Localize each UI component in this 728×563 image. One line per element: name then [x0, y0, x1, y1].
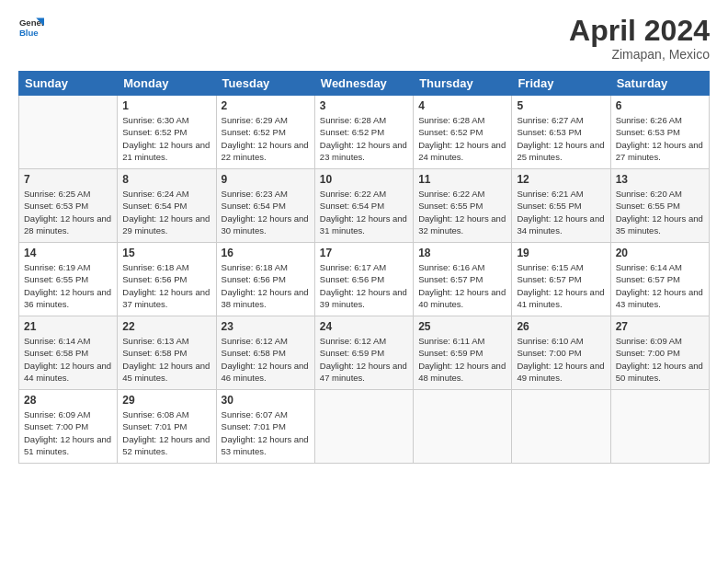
- day-sunset: Sunset: 6:52 PM: [320, 127, 384, 137]
- day-number: 28: [24, 394, 112, 407]
- col-friday: Friday: [512, 72, 610, 96]
- logo-icon: General Blue: [18, 15, 44, 40]
- day-sunset: Sunset: 6:54 PM: [320, 201, 384, 211]
- table-row: 15 Sunrise: 6:18 AM Sunset: 6:56 PM Dayl…: [118, 243, 216, 316]
- day-number: 19: [517, 247, 605, 259]
- day-sunset: Sunset: 6:56 PM: [122, 274, 187, 284]
- table-row: 20 Sunrise: 6:14 AM Sunset: 6:57 PM Dayl…: [610, 243, 709, 316]
- day-number: 12: [517, 173, 605, 186]
- day-daylight: Daylight: 12 hours and 22 minutes.: [222, 140, 309, 162]
- day-daylight: Daylight: 12 hours and 48 minutes.: [418, 361, 506, 383]
- day-sunrise: Sunrise: 6:22 AM: [418, 189, 484, 199]
- day-daylight: Daylight: 12 hours and 29 minutes.: [122, 213, 210, 236]
- table-row: 17 Sunrise: 6:17 AM Sunset: 6:56 PM Dayl…: [314, 243, 413, 316]
- day-sunrise: Sunrise: 6:10 AM: [517, 336, 583, 346]
- day-daylight: Daylight: 12 hours and 31 minutes.: [320, 213, 407, 236]
- day-sunrise: Sunrise: 6:20 AM: [616, 189, 682, 199]
- day-sunrise: Sunrise: 6:12 AM: [222, 336, 288, 346]
- day-number: 18: [418, 247, 506, 259]
- day-sunset: Sunset: 6:52 PM: [418, 127, 483, 137]
- day-sunrise: Sunrise: 6:25 AM: [24, 189, 90, 199]
- day-daylight: Daylight: 12 hours and 23 minutes.: [320, 140, 407, 162]
- day-daylight: Daylight: 12 hours and 37 minutes.: [122, 287, 210, 309]
- table-row: 29 Sunrise: 6:08 AM Sunset: 7:01 PM Dayl…: [118, 390, 216, 464]
- day-sunset: Sunset: 6:57 PM: [616, 274, 680, 284]
- day-number: 2: [222, 99, 310, 112]
- day-daylight: Daylight: 12 hours and 21 minutes.: [122, 140, 210, 162]
- table-row: 25 Sunrise: 6:11 AM Sunset: 6:59 PM Dayl…: [414, 316, 512, 390]
- day-daylight: Daylight: 12 hours and 41 minutes.: [517, 287, 604, 309]
- col-wednesday: Wednesday: [314, 72, 413, 96]
- day-sunrise: Sunrise: 6:09 AM: [24, 409, 90, 419]
- day-daylight: Daylight: 12 hours and 53 minutes.: [222, 434, 309, 456]
- day-number: 25: [418, 320, 506, 333]
- day-sunrise: Sunrise: 6:14 AM: [24, 336, 90, 346]
- calendar-week-row: 1 Sunrise: 6:30 AM Sunset: 6:52 PM Dayli…: [19, 96, 710, 169]
- table-row: 2 Sunrise: 6:29 AM Sunset: 6:52 PM Dayli…: [216, 96, 314, 169]
- day-daylight: Daylight: 12 hours and 36 minutes.: [24, 287, 111, 309]
- table-row: 12 Sunrise: 6:21 AM Sunset: 6:55 PM Dayl…: [512, 169, 610, 243]
- table-row: [414, 390, 512, 464]
- day-daylight: Daylight: 12 hours and 51 minutes.: [24, 434, 111, 456]
- svg-text:Blue: Blue: [19, 28, 39, 38]
- table-row: 4 Sunrise: 6:28 AM Sunset: 6:52 PM Dayli…: [414, 96, 512, 169]
- table-row: 13 Sunrise: 6:20 AM Sunset: 6:55 PM Dayl…: [610, 169, 709, 243]
- day-sunrise: Sunrise: 6:11 AM: [418, 336, 484, 346]
- day-sunset: Sunset: 6:56 PM: [320, 274, 384, 284]
- day-sunrise: Sunrise: 6:15 AM: [517, 262, 583, 272]
- day-daylight: Daylight: 12 hours and 25 minutes.: [517, 140, 604, 162]
- table-row: 22 Sunrise: 6:13 AM Sunset: 6:58 PM Dayl…: [118, 316, 216, 390]
- table-row: 23 Sunrise: 6:12 AM Sunset: 6:58 PM Dayl…: [216, 316, 314, 390]
- table-row: 16 Sunrise: 6:18 AM Sunset: 6:56 PM Dayl…: [216, 243, 314, 316]
- day-sunrise: Sunrise: 6:18 AM: [122, 262, 188, 272]
- day-daylight: Daylight: 12 hours and 43 minutes.: [616, 287, 703, 309]
- day-sunset: Sunset: 7:00 PM: [616, 348, 680, 358]
- day-number: 8: [122, 173, 210, 186]
- table-row: [19, 96, 118, 169]
- day-daylight: Daylight: 12 hours and 38 minutes.: [222, 287, 309, 309]
- day-sunset: Sunset: 6:59 PM: [320, 348, 384, 358]
- day-sunset: Sunset: 6:58 PM: [24, 348, 88, 358]
- day-sunset: Sunset: 6:52 PM: [222, 127, 286, 137]
- day-number: 21: [24, 320, 112, 333]
- table-row: 3 Sunrise: 6:28 AM Sunset: 6:52 PM Dayli…: [314, 96, 413, 169]
- table-row: 11 Sunrise: 6:22 AM Sunset: 6:55 PM Dayl…: [414, 169, 512, 243]
- table-row: 24 Sunrise: 6:12 AM Sunset: 6:59 PM Dayl…: [314, 316, 413, 390]
- calendar-header-row: Sunday Monday Tuesday Wednesday Thursday…: [19, 72, 710, 96]
- day-daylight: Daylight: 12 hours and 28 minutes.: [24, 213, 111, 236]
- table-row: 5 Sunrise: 6:27 AM Sunset: 6:53 PM Dayli…: [512, 96, 610, 169]
- table-row: 7 Sunrise: 6:25 AM Sunset: 6:53 PM Dayli…: [19, 169, 118, 243]
- day-sunset: Sunset: 6:53 PM: [517, 127, 581, 137]
- table-row: 14 Sunrise: 6:19 AM Sunset: 6:55 PM Dayl…: [19, 243, 118, 316]
- day-sunrise: Sunrise: 6:29 AM: [222, 115, 288, 125]
- day-number: 15: [122, 247, 210, 259]
- day-daylight: Daylight: 12 hours and 47 minutes.: [320, 361, 407, 383]
- day-daylight: Daylight: 12 hours and 49 minutes.: [517, 361, 604, 383]
- day-daylight: Daylight: 12 hours and 35 minutes.: [616, 213, 703, 236]
- table-row: [512, 390, 610, 464]
- col-monday: Monday: [118, 72, 216, 96]
- day-sunrise: Sunrise: 6:21 AM: [517, 189, 583, 199]
- table-row: 19 Sunrise: 6:15 AM Sunset: 6:57 PM Dayl…: [512, 243, 610, 316]
- col-sunday: Sunday: [19, 72, 118, 96]
- calendar-week-row: 21 Sunrise: 6:14 AM Sunset: 6:58 PM Dayl…: [19, 316, 710, 390]
- day-number: 16: [222, 247, 310, 259]
- page: General Blue April 2024 Zimapan, Mexico …: [0, 0, 728, 563]
- day-number: 3: [320, 99, 408, 112]
- day-number: 20: [616, 247, 704, 259]
- day-sunset: Sunset: 6:55 PM: [418, 201, 483, 211]
- table-row: [314, 390, 413, 464]
- day-sunrise: Sunrise: 6:22 AM: [320, 189, 386, 199]
- day-sunset: Sunset: 6:55 PM: [24, 274, 88, 284]
- day-sunrise: Sunrise: 6:16 AM: [418, 262, 484, 272]
- day-sunrise: Sunrise: 6:14 AM: [616, 262, 682, 272]
- calendar-week-row: 7 Sunrise: 6:25 AM Sunset: 6:53 PM Dayli…: [19, 169, 710, 243]
- day-daylight: Daylight: 12 hours and 30 minutes.: [222, 213, 309, 236]
- day-sunset: Sunset: 6:54 PM: [122, 201, 187, 211]
- day-sunrise: Sunrise: 6:30 AM: [122, 115, 188, 125]
- calendar-week-row: 28 Sunrise: 6:09 AM Sunset: 7:00 PM Dayl…: [19, 390, 710, 464]
- day-sunset: Sunset: 6:54 PM: [222, 201, 286, 211]
- col-tuesday: Tuesday: [216, 72, 314, 96]
- day-sunset: Sunset: 6:52 PM: [122, 127, 187, 137]
- table-row: 6 Sunrise: 6:26 AM Sunset: 6:53 PM Dayli…: [610, 96, 709, 169]
